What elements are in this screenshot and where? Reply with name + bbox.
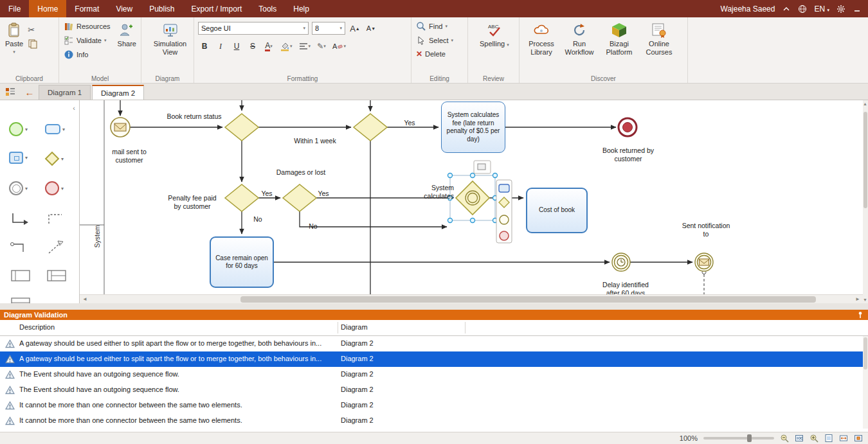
menu-tools[interactable]: Tools — [250, 0, 285, 17]
label-mail-sent[interactable]: mail sent to customer — [104, 148, 154, 164]
end-event-terminate[interactable] — [619, 118, 637, 136]
delete-button[interactable]: ✕ Delete — [414, 48, 465, 60]
palette-task[interactable]: ▾ — [45, 124, 65, 134]
fill-color-button[interactable]: ▾ — [278, 40, 294, 53]
validation-row[interactable]: It cannot be more than one connector bet… — [0, 413, 868, 429]
column-header-description[interactable]: Description — [19, 323, 55, 331]
menu-help[interactable]: Help — [285, 0, 318, 17]
validation-row[interactable]: The Event should have an outgoing sequen… — [0, 367, 868, 382]
gateway-damages[interactable] — [283, 184, 316, 211]
find-button[interactable]: Find▾ — [414, 20, 465, 33]
palette-sequence-flow[interactable] — [10, 211, 30, 227]
font-color-button[interactable]: A▾ — [262, 40, 275, 53]
zoom-slider-thumb[interactable] — [747, 434, 752, 442]
lane-label-system[interactable]: System — [93, 217, 101, 256]
italic-button[interactable]: I — [214, 40, 227, 53]
validation-row[interactable]: The Event should have an outgoing sequen… — [0, 382, 868, 398]
line-style-button[interactable]: ✎▾ — [315, 40, 328, 53]
quick-add-end-event[interactable] — [500, 231, 509, 240]
menu-format[interactable]: Format — [66, 0, 107, 17]
validate-button[interactable]: Validate ▾ — [62, 34, 113, 47]
resize-handle[interactable] — [471, 173, 475, 178]
fit-width-icon[interactable] — [839, 434, 848, 443]
scrollbar-thumb[interactable] — [240, 296, 816, 303]
select-button[interactable]: Select▾ — [414, 34, 465, 47]
event-gateway-selected[interactable] — [456, 181, 489, 215]
scrollbar-thumb[interactable] — [863, 337, 867, 369]
palette-association[interactable] — [46, 239, 66, 256]
palette-message-flow[interactable] — [9, 239, 30, 256]
gateway-penalty-fee[interactable] — [225, 184, 258, 211]
validation-row[interactable]: It cannot be more than one connector bet… — [0, 398, 868, 413]
palette-start-event[interactable]: ▾ — [9, 122, 28, 136]
collapse-ribbon-icon[interactable] — [782, 4, 791, 13]
menu-export-import[interactable]: Export / Import — [183, 0, 251, 17]
scroll-down-icon[interactable]: ▼ — [863, 297, 867, 302]
label-yes[interactable]: Yes — [257, 190, 276, 198]
task-cost-of-book[interactable]: Cost of book — [526, 188, 588, 233]
canvas-horizontal-scrollbar[interactable]: ◄ ► — [80, 294, 863, 303]
font-name-combo[interactable]: Segoe UI ▾ — [198, 22, 309, 35]
cut-button[interactable]: ✂ — [26, 24, 40, 36]
process-library-button[interactable]: Process Library — [522, 20, 561, 58]
validation-panel-header[interactable]: Diagram Validation — [0, 310, 868, 320]
validation-row-selected[interactable]: A gateway should be used either to split… — [0, 351, 868, 367]
zoom-in-icon[interactable] — [809, 434, 818, 443]
resize-handle[interactable] — [448, 218, 453, 223]
model-overview-button[interactable] — [3, 85, 18, 99]
shrink-font-button[interactable]: A▼ — [365, 22, 377, 35]
grow-font-button[interactable]: A▲ — [348, 22, 361, 35]
palette-intermediate-event[interactable]: ▾ — [9, 181, 28, 195]
task-system-calculates-fee[interactable]: System calculates fee (late return penal… — [441, 102, 505, 153]
label-delay-identified[interactable]: Delay identified after 60 days — [598, 281, 653, 294]
validation-row[interactable]: A gateway should be used either to split… — [0, 336, 868, 351]
timer-event[interactable] — [612, 253, 630, 271]
label-system-calculates[interactable]: System calculates — [411, 184, 454, 200]
column-header-diagram[interactable]: Diagram — [341, 323, 368, 331]
scroll-right-icon[interactable]: ► — [855, 296, 860, 302]
message-event[interactable] — [695, 253, 713, 271]
menu-publish[interactable]: Publish — [141, 0, 183, 17]
task-case-remain-open[interactable]: Case remain open for 60 days — [210, 236, 274, 288]
resources-button[interactable]: Resources — [62, 20, 113, 33]
underline-button[interactable]: U — [230, 40, 243, 53]
menu-view[interactable]: View — [107, 0, 141, 17]
gateway-book-return[interactable] — [225, 114, 258, 141]
info-button[interactable]: Info — [62, 48, 113, 61]
palette-dashed-flow[interactable] — [46, 211, 66, 227]
simulation-view-button[interactable]: Simulation View — [149, 20, 191, 58]
zoom-slider[interactable] — [703, 437, 774, 440]
online-courses-button[interactable]: Online Courses — [640, 20, 678, 58]
diagram-canvas[interactable]: System calculates fee (late return penal… — [80, 100, 863, 294]
canvas-vertical-scrollbar[interactable]: ▲ ▼ — [863, 100, 868, 303]
zoom-100-icon[interactable] — [795, 434, 804, 443]
menu-file[interactable]: File — [0, 0, 29, 17]
share-button[interactable]: Share — [115, 20, 139, 61]
label-no[interactable]: No — [303, 222, 323, 231]
resize-handle[interactable] — [471, 218, 475, 223]
palette-lane[interactable] — [46, 269, 67, 283]
user-name[interactable]: Wajeeha Saeed — [721, 4, 775, 13]
message-start-event[interactable] — [111, 118, 130, 137]
palette-gateway[interactable]: ▾ — [45, 152, 64, 166]
back-button[interactable]: ← — [22, 85, 37, 99]
run-workflow-button[interactable]: Run Workflow — [561, 20, 598, 58]
label-yes[interactable]: Yes — [314, 190, 333, 198]
label-sent-notification[interactable]: Sent notification to — [682, 222, 730, 238]
bizagi-platform-button[interactable]: Bizagi Platform — [598, 20, 640, 58]
label-penalty-fee[interactable]: Penalty fee paid by customer — [165, 194, 220, 210]
tab-diagram-2[interactable]: Diagram 2 — [92, 85, 144, 100]
format-painter-button[interactable]: A▾ — [331, 40, 347, 53]
scroll-up-icon[interactable]: ▲ — [863, 102, 867, 106]
minimize-icon[interactable] — [853, 4, 862, 13]
label-no[interactable]: No — [248, 215, 267, 224]
resize-handle[interactable] — [493, 173, 498, 178]
menu-home[interactable]: Home — [29, 0, 66, 17]
panel-splitter[interactable] — [0, 303, 868, 310]
pick-tool-popup[interactable] — [474, 161, 491, 173]
resize-handle[interactable] — [448, 173, 453, 178]
gear-icon[interactable] — [836, 4, 845, 13]
label-book-returned[interactable]: Book returned by customer — [601, 147, 656, 163]
align-button[interactable]: ▾ — [297, 40, 312, 53]
font-size-combo[interactable]: 8 ▾ — [312, 22, 345, 35]
